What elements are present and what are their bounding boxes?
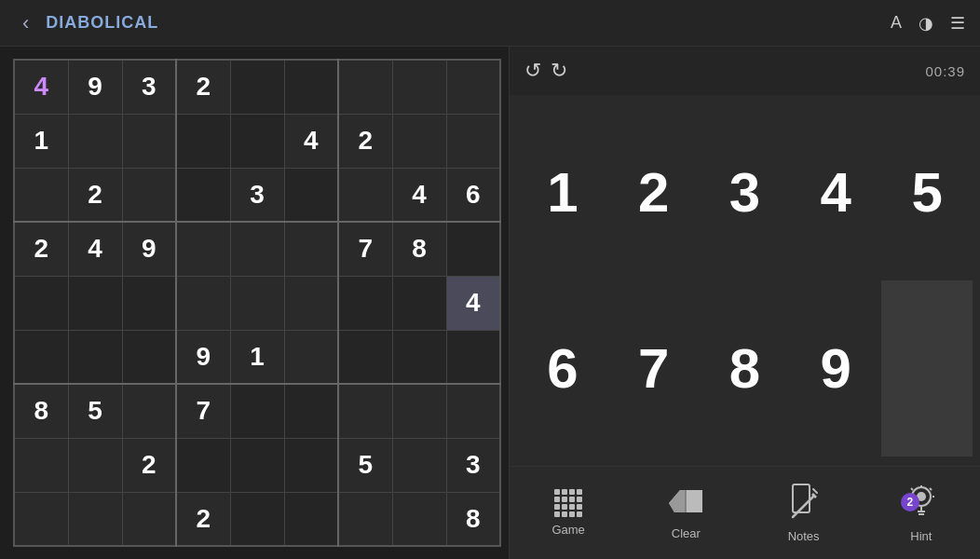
cell-8-6[interactable] (338, 492, 392, 546)
font-button[interactable]: A (891, 13, 902, 33)
cell-1-3[interactable] (176, 114, 230, 168)
notes-button[interactable]: Notes (745, 467, 863, 559)
cell-4-3[interactable] (176, 276, 230, 330)
cell-8-7[interactable] (392, 492, 446, 546)
cell-0-2[interactable]: 3 (122, 60, 176, 114)
num-btn-3[interactable]: 3 (700, 104, 791, 280)
cell-1-5[interactable]: 4 (284, 114, 338, 168)
hint-button[interactable]: 2 Hint (863, 467, 980, 559)
undo-button[interactable]: ↺ (524, 59, 541, 83)
cell-5-3[interactable]: 9 (176, 330, 230, 384)
num-btn-4[interactable]: 4 (790, 104, 881, 280)
cell-6-2[interactable] (122, 384, 176, 438)
cell-6-3[interactable]: 7 (176, 384, 230, 438)
num-btn-8[interactable]: 8 (700, 280, 791, 457)
cell-8-8[interactable]: 8 (446, 492, 500, 546)
cell-6-1[interactable]: 5 (68, 384, 122, 438)
cell-2-6[interactable] (338, 168, 392, 222)
cell-4-6[interactable] (338, 276, 392, 330)
cell-1-6[interactable]: 2 (338, 114, 392, 168)
num-btn-9[interactable]: 9 (790, 280, 881, 457)
cell-3-8[interactable] (446, 222, 500, 276)
cell-1-0[interactable]: 1 (14, 114, 68, 168)
cell-3-1[interactable]: 4 (68, 222, 122, 276)
cell-2-2[interactable] (122, 168, 176, 222)
cell-7-1[interactable] (68, 438, 122, 492)
cell-7-4[interactable] (230, 438, 284, 492)
cell-7-5[interactable] (284, 438, 338, 492)
cell-2-1[interactable]: 2 (68, 168, 122, 222)
cell-0-6[interactable] (338, 60, 392, 114)
cell-3-2[interactable]: 9 (122, 222, 176, 276)
cell-5-1[interactable] (68, 330, 122, 384)
cell-8-1[interactable] (68, 492, 122, 546)
cell-5-2[interactable] (122, 330, 176, 384)
menu-button[interactable]: ☰ (950, 13, 965, 34)
cell-0-3[interactable]: 2 (176, 60, 230, 114)
cell-0-1[interactable]: 9 (68, 60, 122, 114)
cell-4-2[interactable] (122, 276, 176, 330)
cell-8-5[interactable] (284, 492, 338, 546)
cell-2-0[interactable] (14, 168, 68, 222)
cell-1-4[interactable] (230, 114, 284, 168)
cell-4-5[interactable] (284, 276, 338, 330)
cell-5-7[interactable] (392, 330, 446, 384)
cell-5-4[interactable]: 1 (230, 330, 284, 384)
cell-5-5[interactable] (284, 330, 338, 384)
cell-6-4[interactable] (230, 384, 284, 438)
cell-8-2[interactable] (122, 492, 176, 546)
cell-1-1[interactable] (68, 114, 122, 168)
cell-4-4[interactable] (230, 276, 284, 330)
cell-2-7[interactable]: 4 (392, 168, 446, 222)
cell-4-0[interactable] (14, 276, 68, 330)
cell-0-7[interactable] (392, 60, 446, 114)
cell-8-0[interactable] (14, 492, 68, 546)
cell-1-8[interactable] (446, 114, 500, 168)
cell-4-8[interactable]: 4 (446, 276, 500, 330)
cell-5-8[interactable] (446, 330, 500, 384)
cell-3-7[interactable]: 8 (392, 222, 446, 276)
cell-7-7[interactable] (392, 438, 446, 492)
cell-6-7[interactable] (392, 384, 446, 438)
cell-7-0[interactable] (14, 438, 68, 492)
cell-3-3[interactable] (176, 222, 230, 276)
cell-2-5[interactable] (284, 168, 338, 222)
cell-3-4[interactable] (230, 222, 284, 276)
num-btn-6[interactable]: 6 (517, 280, 608, 457)
cell-3-5[interactable] (284, 222, 338, 276)
cell-2-3[interactable] (176, 168, 230, 222)
cell-0-4[interactable] (230, 60, 284, 114)
cell-0-5[interactable] (284, 60, 338, 114)
num-btn-2[interactable]: 2 (608, 104, 700, 280)
cell-7-6[interactable]: 5 (338, 438, 392, 492)
num-btn-7[interactable]: 7 (608, 280, 700, 457)
cell-3-6[interactable]: 7 (338, 222, 392, 276)
cell-3-0[interactable]: 2 (14, 222, 68, 276)
cell-0-0[interactable]: 4 (14, 60, 68, 114)
cell-7-3[interactable] (176, 438, 230, 492)
back-button[interactable]: ‹ (15, 7, 36, 39)
num-btn-1[interactable]: 1 (517, 104, 608, 280)
cell-7-8[interactable]: 3 (446, 438, 500, 492)
cell-8-3[interactable]: 2 (176, 492, 230, 546)
cell-4-7[interactable] (392, 276, 446, 330)
cell-1-2[interactable] (122, 114, 176, 168)
cell-6-6[interactable] (338, 384, 392, 438)
cell-7-2[interactable]: 2 (122, 438, 176, 492)
cell-6-0[interactable]: 8 (14, 384, 68, 438)
cell-0-8[interactable] (446, 60, 500, 114)
num-btn-5[interactable]: 5 (881, 104, 973, 280)
cell-6-5[interactable] (284, 384, 338, 438)
cell-5-6[interactable] (338, 330, 392, 384)
cell-2-8[interactable]: 6 (446, 168, 500, 222)
cell-8-4[interactable] (230, 492, 284, 546)
cell-4-1[interactable] (68, 276, 122, 330)
cell-5-0[interactable] (14, 330, 68, 384)
contrast-button[interactable]: ◑ (919, 13, 933, 34)
redo-button[interactable]: ↻ (551, 59, 567, 83)
clear-button[interactable]: Clear (627, 467, 744, 559)
cell-1-7[interactable] (392, 114, 446, 168)
cell-6-8[interactable] (446, 384, 500, 438)
game-button[interactable]: Game (510, 467, 627, 559)
cell-2-4[interactable]: 3 (230, 168, 284, 222)
